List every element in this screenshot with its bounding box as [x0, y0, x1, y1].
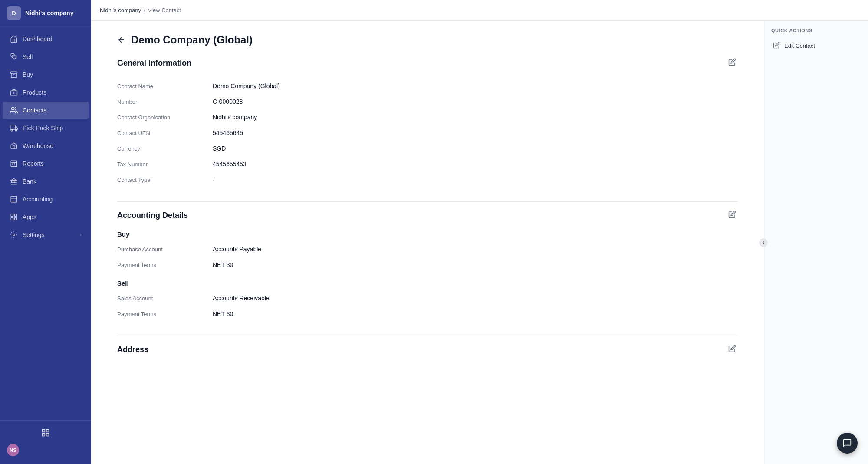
accounting-details-title: Accounting Details	[117, 211, 188, 220]
sidebar-item-label: Accounting	[23, 196, 53, 203]
breadcrumb-current: View Contact	[148, 7, 181, 13]
sidebar-item-accounting[interactable]: Accounting	[3, 191, 89, 208]
back-button[interactable]	[117, 36, 126, 44]
section-divider-2	[117, 336, 738, 336]
sidebar-item-label: Sell	[23, 53, 33, 60]
field-label: Contact Type	[117, 176, 213, 183]
svg-point-6	[15, 129, 17, 131]
home-icon	[10, 35, 18, 43]
sidebar-item-warehouse[interactable]: Warehouse	[3, 137, 89, 155]
field-contact-uen: Contact UEN 545465645	[117, 125, 738, 141]
accounting-details-header: Accounting Details	[117, 209, 738, 222]
main-area: Nidhi's company / View Contact Demo Comp…	[91, 0, 868, 464]
breadcrumb-separator: /	[144, 7, 145, 13]
company-name: Nidhi's company	[25, 10, 73, 16]
sidebar-item-label: Pick Pack Ship	[23, 125, 63, 132]
field-value: C-0000028	[213, 98, 243, 105]
field-label: Sales Account	[117, 295, 213, 302]
field-label: Number	[117, 98, 213, 105]
field-value: -	[213, 176, 215, 183]
svg-rect-1	[11, 72, 17, 73]
address-section-title: Address	[117, 345, 148, 354]
sidebar-item-apps[interactable]: Apps	[3, 208, 89, 226]
buy-subsection-title: Buy	[117, 230, 738, 238]
sidebar-header[interactable]: D Nidhi's company	[0, 0, 91, 26]
edit-contact-action[interactable]: Edit Contact	[771, 38, 861, 53]
svg-point-5	[11, 129, 13, 131]
sidebar-item-label: Products	[23, 89, 46, 96]
sidebar-item-products[interactable]: Products	[3, 84, 89, 101]
topbar: Nidhi's company / View Contact	[91, 0, 868, 21]
sidebar-item-contacts[interactable]: Contacts	[3, 102, 89, 119]
breadcrumb-parent[interactable]: Nidhi's company	[100, 7, 141, 13]
general-info-section: General Information Contact Name Demo Co…	[117, 56, 738, 188]
svg-rect-16	[43, 434, 45, 436]
page-header: Demo Company (Global)	[117, 34, 738, 46]
edit-address-button[interactable]	[727, 343, 738, 356]
field-label: Payment Terms	[117, 261, 213, 268]
svg-rect-11	[11, 218, 13, 220]
svg-rect-14	[43, 430, 45, 432]
field-label: Payment Terms	[117, 310, 213, 317]
svg-point-13	[13, 234, 15, 236]
sidebar-item-buy[interactable]: Buy	[3, 66, 89, 83]
field-value: NET 30	[213, 310, 233, 317]
quick-actions-title: QUICK ACTIONS	[771, 28, 861, 33]
content-wrapper: Demo Company (Global) General Informatio…	[91, 21, 868, 464]
sidebar-item-label: Settings	[23, 231, 45, 238]
sidebar-item-pickpackship[interactable]: Pick Pack Ship	[3, 119, 89, 137]
chart-icon	[10, 159, 18, 168]
sidebar-item-dashboard[interactable]: Dashboard	[3, 30, 89, 48]
field-value: Accounts Payable	[213, 246, 261, 253]
field-label: Contact Name	[117, 82, 213, 89]
edit-accounting-details-button[interactable]	[727, 209, 738, 222]
user-avatar[interactable]: NS	[7, 444, 19, 456]
people-icon	[10, 106, 18, 115]
field-value: Nidhi's company	[213, 114, 257, 121]
svg-rect-10	[15, 214, 17, 216]
sidebar: D Nidhi's company Dashboard Sell	[0, 0, 91, 464]
field-label: Tax Number	[117, 161, 213, 168]
sidebar-item-sell[interactable]: Sell	[3, 48, 89, 66]
general-info-title: General Information	[117, 59, 191, 68]
sidebar-item-settings[interactable]: Settings ›	[3, 226, 89, 244]
tag-icon	[10, 53, 18, 61]
svg-point-0	[12, 55, 13, 56]
field-contact-org: Contact Organisation Nidhi's company	[117, 109, 738, 125]
sidebar-item-label: Apps	[23, 214, 36, 220]
svg-rect-9	[11, 214, 13, 216]
field-contact-type: Contact Type -	[117, 172, 738, 188]
field-label: Contact Organisation	[117, 114, 213, 121]
sidebar-item-label: Dashboard	[23, 36, 53, 43]
edit-icon	[773, 42, 780, 50]
quick-actions-panel: ‹ QUICK ACTIONS Edit Contact	[764, 21, 868, 464]
page-title: Demo Company (Global)	[131, 34, 253, 46]
sidebar-nav: Dashboard Sell Buy	[0, 26, 91, 420]
field-sales-account: Sales Account Accounts Receivable	[117, 290, 738, 306]
field-value: SGD	[213, 145, 226, 152]
svg-rect-17	[46, 434, 49, 436]
sidebar-item-label: Reports	[23, 160, 44, 167]
main-content: Demo Company (Global) General Informatio…	[91, 21, 764, 464]
field-value: NET 30	[213, 261, 233, 268]
edit-general-info-button[interactable]	[727, 56, 738, 69]
svg-rect-8	[11, 196, 17, 202]
sidebar-item-label: Warehouse	[23, 142, 53, 149]
sidebar-item-bank[interactable]: Bank	[3, 173, 89, 190]
grid-menu-button[interactable]	[0, 424, 91, 441]
field-purchase-account: Purchase Account Accounts Payable	[117, 241, 738, 257]
svg-rect-7	[11, 161, 17, 167]
edit-contact-label: Edit Contact	[784, 43, 815, 49]
field-value: Demo Company (Global)	[213, 82, 280, 89]
chat-button[interactable]	[837, 433, 858, 454]
quick-actions-toggle[interactable]: ‹	[759, 238, 768, 247]
truck-icon	[10, 124, 18, 132]
field-currency: Currency SGD	[117, 141, 738, 156]
bank-icon	[10, 177, 18, 186]
field-value: Accounts Receivable	[213, 295, 270, 302]
sidebar-item-reports[interactable]: Reports	[3, 155, 89, 172]
apps-icon	[10, 213, 18, 221]
field-contact-name: Contact Name Demo Company (Global)	[117, 78, 738, 94]
sidebar-item-label: Contacts	[23, 107, 46, 114]
field-label: Contact UEN	[117, 129, 213, 136]
